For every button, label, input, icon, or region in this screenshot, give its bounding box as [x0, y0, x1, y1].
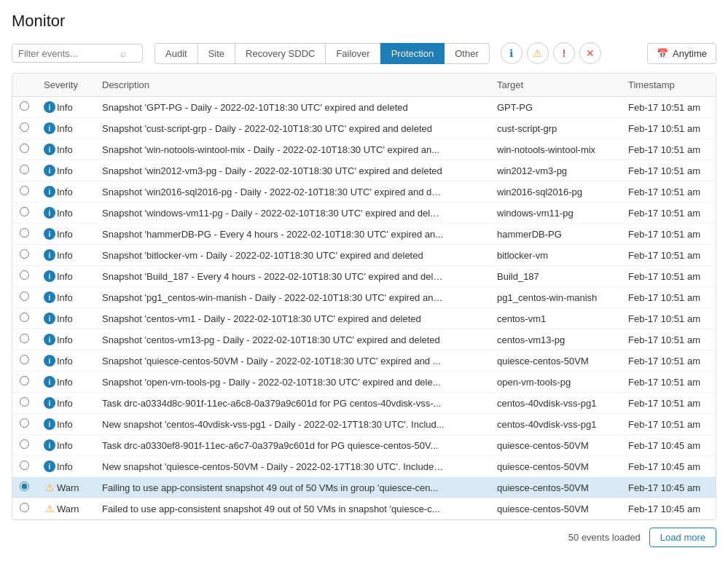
- col-target: Target: [490, 74, 621, 97]
- warning-filter-btn[interactable]: ⚠: [527, 42, 549, 64]
- filter-input[interactable]: [18, 48, 120, 59]
- row-select-cell[interactable]: [12, 350, 36, 372]
- target-cell: quiesce-centos-50VM: [490, 477, 621, 498]
- target-cell: open-vm-tools-pg: [490, 372, 621, 393]
- target-cell: pg1_centos-win-manish: [490, 287, 621, 308]
- description-cell: Snapshot 'GPT-PG - Daily - 2022-02-10T18…: [95, 97, 490, 118]
- row-select-cell[interactable]: [12, 435, 36, 456]
- severity-cell: i Info: [36, 118, 95, 139]
- description-cell: Task drc-a0334d8c-901f-11ec-a6c8-0a379a9…: [95, 393, 490, 414]
- row-select-cell[interactable]: [12, 266, 36, 287]
- row-select-cell[interactable]: [12, 477, 36, 498]
- row-select-cell[interactable]: [12, 139, 36, 160]
- timestamp-cell: Feb-17 10:51 am: [621, 118, 716, 139]
- row-select-cell[interactable]: [12, 393, 36, 414]
- description-text: New snapshot 'centos-40vdisk-vss-pg1 - D…: [102, 419, 445, 430]
- row-radio[interactable]: [20, 355, 29, 364]
- row-radio[interactable]: [20, 376, 29, 385]
- table-row: i Info Snapshot 'win2016-sql2016-pg - Da…: [12, 181, 716, 203]
- info-icon: i: [44, 461, 55, 472]
- row-select-cell[interactable]: [12, 160, 36, 181]
- row-radio[interactable]: [20, 397, 29, 407]
- timestamp-cell: Feb-17 10:51 am: [621, 287, 716, 308]
- col-select: [12, 74, 36, 97]
- table-row: i Info New snapshot 'centos-40vdisk-vss-…: [12, 414, 716, 435]
- tab-failover[interactable]: Failover: [325, 43, 380, 64]
- row-radio[interactable]: [20, 313, 29, 322]
- timestamp-cell: Feb-17 10:51 am: [621, 97, 716, 118]
- row-select-cell[interactable]: [12, 203, 36, 224]
- load-more-btn[interactable]: Load more: [649, 528, 716, 547]
- table-row: i Info Snapshot 'pg1_centos-win-manish -…: [12, 287, 716, 308]
- row-radio[interactable]: [20, 186, 29, 195]
- description-text: Snapshot 'Build_187 - Every 4 hours - 20…: [102, 271, 445, 282]
- info-icon: i: [44, 101, 55, 113]
- severity-cell: i Info: [36, 181, 95, 203]
- row-radio[interactable]: [20, 207, 29, 216]
- page-title: Monitor: [12, 12, 716, 31]
- row-radio[interactable]: [20, 291, 29, 301]
- target-cell: win-notools-wintool-mix: [490, 139, 621, 160]
- timestamp-cell: Feb-17 10:51 am: [621, 266, 716, 287]
- row-radio[interactable]: [20, 461, 29, 470]
- row-radio[interactable]: [20, 439, 29, 449]
- row-radio[interactable]: [20, 101, 29, 111]
- calendar-icon: 📅: [657, 48, 668, 59]
- row-radio[interactable]: [20, 418, 29, 428]
- timestamp-cell: Feb-17 10:51 am: [621, 350, 716, 372]
- severity-label: Info: [57, 440, 73, 451]
- target-cell: centos-40vdisk-vss-pg1: [490, 414, 621, 435]
- info-icon: i: [44, 270, 55, 282]
- timestamp-cell: Feb-17 10:51 am: [621, 329, 716, 350]
- row-select-cell[interactable]: [12, 181, 36, 203]
- tab-other[interactable]: Other: [444, 43, 490, 64]
- row-radio[interactable]: [20, 270, 29, 280]
- tab-recovery-sddc[interactable]: Recovery SDDC: [235, 43, 326, 64]
- description-text: Snapshot 'win2016-sql2016-pg - Daily - 2…: [102, 187, 445, 197]
- filter-box: ⌕: [12, 44, 143, 63]
- row-select-cell[interactable]: [12, 97, 36, 118]
- row-radio[interactable]: [20, 165, 29, 174]
- error-filter-btn[interactable]: !: [553, 42, 575, 64]
- row-select-cell[interactable]: [12, 372, 36, 393]
- table-row: i Info Snapshot 'win-notools-wintool-mix…: [12, 139, 716, 160]
- info-icon: i: [44, 439, 55, 451]
- row-select-cell[interactable]: [12, 498, 36, 520]
- row-select-cell[interactable]: [12, 329, 36, 350]
- row-select-cell[interactable]: [12, 456, 36, 477]
- row-select-cell[interactable]: [12, 245, 36, 266]
- row-radio[interactable]: [20, 228, 29, 238]
- row-select-cell[interactable]: [12, 308, 36, 329]
- row-radio[interactable]: [20, 249, 29, 259]
- tab-protection[interactable]: Protection: [380, 43, 445, 64]
- row-radio[interactable]: [20, 122, 29, 132]
- row-select-cell[interactable]: [12, 118, 36, 139]
- row-radio[interactable]: [20, 503, 29, 512]
- severity-cell: i Info: [36, 435, 95, 456]
- toolbar: ⌕ Audit Site Recovery SDDC Failover Prot…: [12, 42, 716, 64]
- row-radio[interactable]: [20, 482, 29, 491]
- info-icon: i: [44, 144, 55, 155]
- tab-audit[interactable]: Audit: [154, 43, 198, 64]
- timestamp-cell: Feb-17 10:45 am: [621, 477, 716, 498]
- row-select-cell[interactable]: [12, 224, 36, 245]
- description-text: Failing to use app-consistent snapshot 4…: [102, 482, 445, 493]
- info-filter-btn[interactable]: ℹ: [501, 42, 522, 64]
- description-text: New snapshot 'quiesce-centos-50VM - Dail…: [102, 461, 445, 472]
- description-cell: Snapshot 'win2012-vm3-pg - Daily - 2022-…: [95, 160, 490, 181]
- row-select-cell[interactable]: [12, 287, 36, 308]
- row-radio[interactable]: [20, 334, 29, 343]
- table-row: i Info Snapshot 'centos-vm1 - Daily - 20…: [12, 308, 716, 329]
- info-icon: i: [44, 249, 55, 261]
- table-row: i Info Snapshot 'GPT-PG - Daily - 2022-0…: [12, 97, 716, 118]
- description-text: Snapshot 'quiesce-centos-50VM - Daily - …: [102, 356, 445, 367]
- tab-site[interactable]: Site: [197, 43, 235, 64]
- description-cell: Snapshot 'win-notools-wintool-mix - Dail…: [95, 139, 490, 160]
- anytime-btn[interactable]: 📅 Anytime: [647, 43, 716, 64]
- cancel-filter-btn[interactable]: ✕: [579, 42, 601, 64]
- row-radio[interactable]: [20, 144, 29, 153]
- severity-label: Info: [57, 165, 73, 176]
- severity-label: Warn: [57, 482, 79, 493]
- row-select-cell[interactable]: [12, 414, 36, 435]
- timestamp-cell: Feb-17 10:45 am: [621, 435, 716, 456]
